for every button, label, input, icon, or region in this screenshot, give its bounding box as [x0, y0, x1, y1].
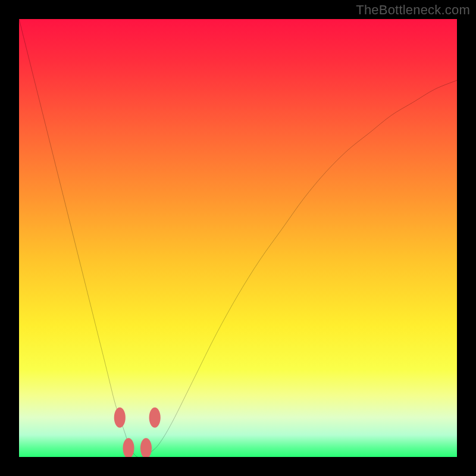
bottleneck-gradient-background	[19, 19, 457, 457]
chart-frame: TheBottleneck.com	[0, 0, 476, 476]
plot-area	[19, 19, 457, 457]
watermark-text: TheBottleneck.com	[356, 2, 470, 18]
